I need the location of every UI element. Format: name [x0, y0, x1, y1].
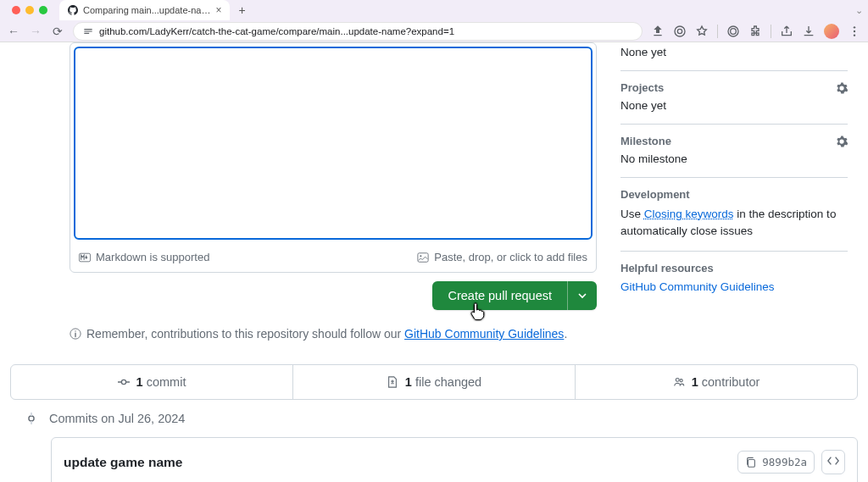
- commits-label: commit: [143, 375, 186, 389]
- share-icon[interactable]: [780, 25, 793, 38]
- svg-point-12: [676, 378, 679, 381]
- reload-icon[interactable]: ⟳: [51, 25, 64, 38]
- files-label: file changed: [412, 375, 481, 389]
- closing-keywords-link[interactable]: Closing keywords: [644, 208, 734, 220]
- people-icon: [673, 376, 685, 388]
- stat-commits[interactable]: 1 commit: [11, 365, 293, 399]
- page-body: Markdown is supported Paste, drop, or cl…: [0, 42, 868, 341]
- lens-icon[interactable]: [673, 25, 687, 38]
- svg-rect-15: [748, 459, 755, 467]
- new-tab-button[interactable]: +: [230, 3, 253, 17]
- svg-point-13: [680, 380, 682, 382]
- toolbar-icons: [651, 24, 861, 39]
- svg-point-0: [677, 29, 682, 33]
- attach-hint[interactable]: Paste, drop, or click to add files: [417, 251, 587, 263]
- contrib-suffix: .: [564, 327, 567, 341]
- svg-rect-8: [418, 252, 428, 262]
- copy-icon: [745, 457, 757, 468]
- community-guidelines-link[interactable]: GitHub Community Guidelines: [404, 327, 564, 341]
- site-settings-icon[interactable]: [82, 25, 94, 37]
- helpful-section: Helpful resources GitHub Community Guide…: [620, 252, 848, 305]
- main-column: Markdown is supported Paste, drop, or cl…: [10, 42, 604, 341]
- close-window-icon[interactable]: [12, 6, 20, 14]
- contribution-note: Remember, contributions to this reposito…: [70, 327, 597, 341]
- svg-point-1: [675, 26, 685, 36]
- projects-section: Projects None yet: [620, 71, 848, 125]
- extensions-icon[interactable]: [748, 25, 762, 38]
- markdown-hint[interactable]: Markdown is supported: [79, 251, 209, 263]
- info-icon: [70, 328, 81, 340]
- tabs-overflow-icon[interactable]: ⌄: [855, 5, 868, 16]
- labels-section: None yet: [620, 42, 848, 71]
- gear-icon[interactable]: [836, 82, 848, 94]
- create-pull-request-caret[interactable]: [568, 281, 597, 310]
- tab-close-icon[interactable]: ×: [215, 4, 221, 16]
- markdown-icon: [79, 252, 91, 263]
- milestone-section: Milestone No milestone: [620, 125, 848, 178]
- record-icon[interactable]: [726, 25, 740, 38]
- address-bar[interactable]: github.com/LadyKerr/catch-the-cat-game/c…: [73, 22, 643, 41]
- development-title: Development: [620, 188, 690, 201]
- files-count: 1: [405, 375, 412, 389]
- contrib-label: contributor: [698, 375, 760, 389]
- commit-row[interactable]: update game name 9899b2a: [51, 437, 858, 482]
- svg-point-2: [731, 29, 737, 35]
- attach-hint-text: Paste, drop, or click to add files: [434, 251, 587, 263]
- tab-row: Comparing main...update-na… × + ⌄: [0, 0, 868, 20]
- toolbar-divider: [717, 25, 718, 38]
- create-pull-request-button[interactable]: Create pull request: [432, 281, 568, 310]
- forward-icon: →: [29, 25, 42, 38]
- file-diff-icon: [387, 376, 398, 388]
- milestone-title: Milestone: [620, 135, 671, 147]
- description-footer: Markdown is supported Paste, drop, or cl…: [70, 246, 596, 272]
- svg-point-6: [854, 34, 855, 36]
- stats-bar: 1 commit 1 file changed 1 contributor: [10, 364, 858, 400]
- projects-value: None yet: [620, 99, 848, 112]
- svg-point-3: [728, 26, 738, 36]
- sidebar: None yet Projects None yet Milestone No …: [620, 42, 858, 341]
- maximize-window-icon[interactable]: [39, 6, 47, 14]
- contrib-count: 1: [692, 375, 698, 389]
- commits-timeline: Commits on Jul 26, 2024 update game name…: [25, 412, 858, 482]
- stat-files[interactable]: 1 file changed: [293, 365, 576, 399]
- browser-tab[interactable]: Comparing main...update-na… ×: [59, 0, 230, 20]
- commit-actions: 9899b2a: [737, 450, 845, 474]
- commit-sha-button[interactable]: 9899b2a: [737, 451, 815, 474]
- tab-title: Comparing main...update-na…: [83, 5, 210, 15]
- url-text: github.com/LadyKerr/catch-the-cat-game/c…: [99, 26, 454, 36]
- install-icon[interactable]: [651, 25, 665, 38]
- markdown-hint-text: Markdown is supported: [96, 251, 209, 263]
- download-icon[interactable]: [802, 25, 815, 38]
- dev-pre: Use: [620, 208, 644, 220]
- commit-title: update game name: [64, 455, 182, 470]
- svg-point-4: [854, 26, 855, 28]
- address-row: ← → ⟳ github.com/LadyKerr/catch-the-cat-…: [0, 20, 868, 42]
- commits-count: 1: [136, 375, 143, 389]
- helpful-guidelines-link[interactable]: GitHub Community Guidelines: [620, 280, 775, 293]
- svg-point-11: [121, 380, 125, 384]
- milestone-value: No milestone: [620, 152, 848, 165]
- kebab-menu-icon[interactable]: [848, 25, 861, 38]
- svg-point-5: [854, 30, 855, 32]
- github-favicon: [68, 5, 78, 15]
- view-code-button[interactable]: [821, 450, 845, 474]
- svg-point-9: [420, 255, 422, 257]
- stat-contributors[interactable]: 1 contributor: [576, 365, 857, 399]
- browser-chrome: Comparing main...update-na… × + ⌄ ← → ⟳ …: [0, 0, 868, 42]
- timeline-date-node: Commits on Jul 26, 2024: [25, 412, 858, 425]
- bookmark-star-icon[interactable]: [695, 25, 709, 38]
- minimize-window-icon[interactable]: [25, 6, 34, 14]
- svg-point-14: [29, 416, 34, 421]
- profile-avatar[interactable]: [824, 24, 839, 39]
- description-box: Markdown is supported Paste, drop, or cl…: [70, 42, 597, 273]
- gear-icon[interactable]: [836, 136, 848, 147]
- create-pr-label: Create pull request: [448, 289, 552, 302]
- code-icon: [827, 455, 839, 467]
- description-textarea[interactable]: [74, 47, 593, 240]
- commit-sha: 9899b2a: [762, 456, 807, 468]
- window-controls[interactable]: [5, 6, 54, 14]
- back-icon[interactable]: ←: [7, 25, 20, 38]
- image-icon: [417, 252, 429, 263]
- contrib-prefix: Remember, contributions to this reposito…: [86, 327, 404, 341]
- helpful-title: Helpful resources: [620, 262, 714, 274]
